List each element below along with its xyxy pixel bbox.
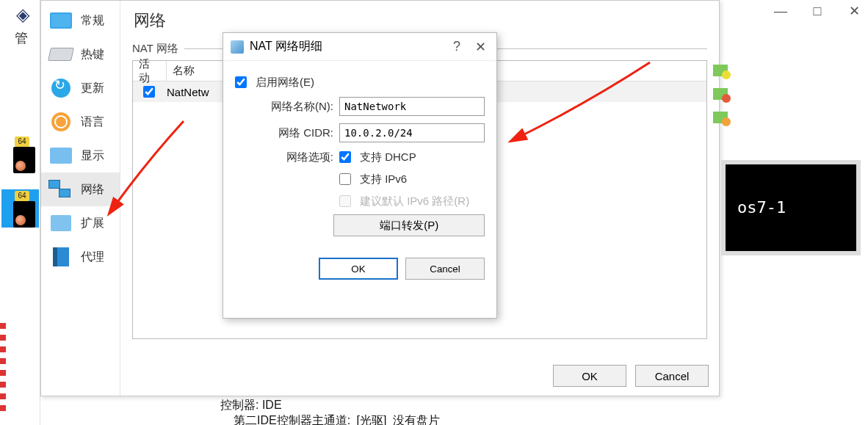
keyboard-icon xyxy=(48,48,74,61)
vm-preview-name: os7-1 xyxy=(737,198,786,217)
maximize-button[interactable]: □ xyxy=(808,3,827,19)
list-tools xyxy=(709,61,733,131)
manager-label: 管 xyxy=(15,29,28,47)
add-nat-button[interactable] xyxy=(709,61,731,80)
sidebar-item-proxy[interactable]: 代理 xyxy=(41,240,120,274)
sidebar-item-extensions[interactable]: 扩展 xyxy=(41,206,120,240)
sidebar-item-network[interactable]: 网络 xyxy=(41,172,120,206)
refresh-icon xyxy=(51,79,70,98)
enable-network-checkbox[interactable] xyxy=(235,76,247,88)
display-icon xyxy=(50,148,72,164)
enable-network-label: 启用网络(E) xyxy=(256,76,314,90)
settings-sidebar: 常规 热键 更新 语言 显示 网络 扩展 代理 xyxy=(41,1,120,396)
network-cidr-input[interactable] xyxy=(339,123,485,142)
row-name: NatNetw xyxy=(165,86,209,98)
help-button[interactable]: ? xyxy=(448,39,466,54)
ipv6-label: 支持 IPv6 xyxy=(360,172,407,186)
sidebar-item-input[interactable]: 热键 xyxy=(41,37,120,71)
port-forwarding-button[interactable]: 端口转发(P) xyxy=(333,214,485,236)
col-active[interactable]: 活动 xyxy=(133,61,167,81)
dialog-title: NAT 网络明细 xyxy=(250,39,442,54)
ipv6-route-checkbox xyxy=(339,195,351,207)
section-title: 网络 xyxy=(134,10,707,32)
globe-icon xyxy=(51,112,70,131)
optical-tag: [光驱] xyxy=(357,414,387,425)
nat-detail-dialog: NAT 网络明细 ? ✕ 启用网络(E) 网络名称(N): 网络 CIDR: 网… xyxy=(223,32,497,319)
ipv6-checkbox[interactable] xyxy=(339,173,351,185)
sidebar-item-label: 热键 xyxy=(81,47,104,62)
network-name-label: 网络名称(N): xyxy=(235,100,333,114)
vm-badge-64: 64 xyxy=(15,137,29,147)
dialog-close-button[interactable]: ✕ xyxy=(471,39,489,55)
sidebar-item-label: 语言 xyxy=(81,115,104,130)
dialog-titlebar[interactable]: NAT 网络明细 ? ✕ xyxy=(223,33,496,61)
vm-thumb-2[interactable] xyxy=(13,201,35,228)
sidebar-item-update[interactable]: 更新 xyxy=(41,71,120,105)
nat-icon xyxy=(231,40,244,54)
network-cidr-label: 网络 CIDR: xyxy=(235,126,333,140)
row-active-checkbox[interactable] xyxy=(143,86,155,98)
sidebar-item-label: 常规 xyxy=(81,13,104,29)
minimize-button[interactable]: — xyxy=(771,3,790,19)
network-add-icon xyxy=(713,65,728,76)
ipv6-route-label: 建议默认 IPv6 路径(R) xyxy=(360,195,469,208)
storage-info: 控制器: IDE 第二IDE控制器主通道: [光驱] 没有盘片 xyxy=(220,398,440,425)
ide-channel-label: 第二IDE控制器主通道: xyxy=(234,414,350,425)
sidebar-item-display[interactable]: 显示 xyxy=(41,139,120,172)
sidebar-item-label: 更新 xyxy=(81,81,104,96)
sidebar-item-label: 扩展 xyxy=(81,216,104,231)
sidebar-item-general[interactable]: 常规 xyxy=(41,4,120,37)
edit-nat-button[interactable] xyxy=(709,108,731,127)
nodisk-label: 没有盘片 xyxy=(393,414,440,425)
fieldset-label: NAT 网络 xyxy=(132,42,178,56)
decoration-strip xyxy=(0,323,6,411)
remove-nat-button[interactable] xyxy=(709,84,731,103)
network-options-label: 网络选项: xyxy=(235,150,333,164)
network-name-input[interactable] xyxy=(339,97,485,116)
vm-preview: os7-1 xyxy=(721,160,861,255)
extensions-icon xyxy=(51,215,71,231)
vm-badge-64-sel: 64 xyxy=(15,191,29,201)
network-icon xyxy=(48,180,73,199)
manager-rail: ◈ 管 64 64 xyxy=(0,0,40,425)
monitor-icon xyxy=(50,12,72,29)
controller-label: 控制器: IDE xyxy=(220,398,440,413)
sidebar-item-language[interactable]: 语言 xyxy=(41,105,120,139)
proxy-icon xyxy=(53,247,69,266)
nat-cancel-button[interactable]: Cancel xyxy=(405,258,485,280)
sidebar-item-label: 显示 xyxy=(81,148,104,164)
network-remove-icon xyxy=(713,88,728,100)
vm-thumb-1[interactable] xyxy=(13,147,35,173)
close-button[interactable]: ✕ xyxy=(845,3,864,19)
sidebar-item-label: 网络 xyxy=(81,182,104,197)
dhcp-checkbox[interactable] xyxy=(339,151,351,163)
sidebar-item-label: 代理 xyxy=(81,250,104,265)
settings-ok-button[interactable]: OK xyxy=(553,365,626,387)
network-edit-icon xyxy=(713,112,728,123)
nat-ok-button[interactable]: OK xyxy=(319,258,398,280)
settings-cancel-button[interactable]: Cancel xyxy=(635,365,709,387)
virtualbox-logo-icon: ◈ xyxy=(16,4,29,25)
dhcp-label: 支持 DHCP xyxy=(360,150,416,164)
